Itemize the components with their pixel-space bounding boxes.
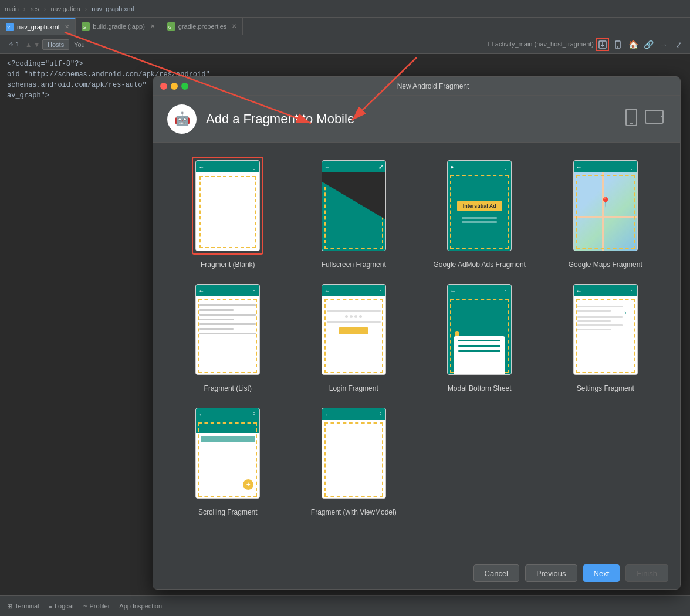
fragment-item-fullscreen[interactable]: ← ⤢ Fullscreen Fragment (296, 157, 412, 269)
fragment-settings-label: Settings Fragment (577, 384, 634, 392)
traffic-lights (160, 83, 188, 90)
fragment-item-blank[interactable]: ← ⋮ Fragment (Blank) (170, 157, 286, 269)
download-icon[interactable] (596, 38, 609, 51)
close-window-btn[interactable] (160, 83, 167, 90)
fragment-login-preview: ← ⋮ (322, 284, 386, 375)
fragment-maps-label: Google Maps Fragment (569, 260, 642, 269)
tab-gradle-properties[interactable]: G gradle.properties ✕ (161, 18, 243, 35)
fragment-login-label: Login Fragment (329, 384, 378, 392)
status-bar: ⊞ Terminal ≡ Logcat ~ Profiler App Inspe… (0, 595, 690, 616)
tablet-device-icon (645, 109, 666, 125)
fragment-item-login[interactable]: ← ⋮ (296, 280, 412, 392)
tab-close-icon[interactable]: ✕ (65, 23, 69, 30)
fragment-item-modal[interactable]: ← ⋮ (421, 280, 538, 392)
dialog-content: ← ⋮ Fragment (Blank) (153, 143, 680, 557)
svg-rect-10 (626, 109, 637, 126)
tab-close-icon-2[interactable]: ✕ (150, 23, 155, 29)
dialog-header-title: Add a Fragment to Mobile (206, 111, 615, 127)
svg-rect-12 (645, 110, 663, 123)
fragment-blank-label: Fragment (Blank) (201, 260, 255, 269)
fragment-blank-preview-wrapper: ← ⋮ (192, 157, 263, 255)
terminal-btn[interactable]: ⊞ Terminal (7, 603, 39, 610)
breadcrumb-res: res (31, 5, 39, 12)
fragment-item-maps[interactable]: ← ⋮ 📍 (547, 157, 664, 269)
breadcrumb-navigation: navigation (50, 5, 80, 12)
svg-text:G: G (83, 25, 86, 29)
fragment-item-settings[interactable]: ← ⋮ › (547, 280, 664, 392)
fragment-blank-preview: ← ⋮ (195, 160, 260, 251)
fragment-viewmodel-preview: ← ⋮ (322, 408, 386, 499)
svg-text:G: G (168, 25, 171, 29)
fragment-scrolling-label: Scrolling Fragment (198, 508, 258, 516)
phone-device-icon (625, 109, 641, 130)
fragment-modal-label: Modal Bottom Sheet (448, 384, 512, 392)
fragment-admob-label: Google AdMob Ads Fragment (434, 260, 526, 269)
dialog-titlebar: New Android Fragment (153, 77, 680, 96)
gradle-props-icon: G (167, 22, 175, 31)
fragment-item-admob[interactable]: ● ⋮ Interstitial Ad Go (421, 157, 538, 269)
dialog-footer: Cancel Previous Next Finish (153, 557, 680, 589)
fragment-list-label: Fragment (List) (204, 384, 252, 392)
android-logo: 🤖 (167, 104, 197, 134)
xml-icon: X (6, 23, 14, 31)
breadcrumb-file: nav_graph.xml (92, 5, 134, 12)
tab-nav-graph[interactable]: X nav_graph.xml ✕ (0, 18, 76, 35)
warning-btn[interactable]: ⚠ 1 (5, 39, 23, 49)
fragment-scrolling-preview-wrapper: ← ⋮ + (192, 404, 263, 502)
tabs-bar: X nav_graph.xml ✕ G build.gradle (:app) … (0, 18, 690, 35)
dialog-header: 🤖 Add a Fragment to Mobile (153, 96, 680, 143)
expand-icon[interactable]: ⤢ (672, 38, 685, 51)
maximize-window-btn[interactable] (181, 83, 188, 90)
fragment-item-list[interactable]: ← ⋮ (170, 280, 286, 392)
next-button[interactable]: Next (583, 564, 620, 582)
app-inspection-btn[interactable]: App Inspection (119, 603, 162, 610)
breadcrumb-main: main (5, 5, 19, 12)
tab-build-gradle[interactable]: G build.gradle (:app) ✕ (76, 18, 161, 35)
layout-file-label: ☐ activity_main (nav_host_fragment) (488, 40, 594, 48)
fragment-modal-preview-wrapper: ← ⋮ (444, 280, 515, 378)
minimize-window-btn[interactable] (171, 83, 178, 90)
toolbar-row: ⚠ 1 ▲ ▼ Hosts You ☐ activity_main (nav_h… (0, 35, 690, 54)
fragment-scrolling-preview: ← ⋮ + (195, 408, 260, 499)
fragment-settings-preview-wrapper: ← ⋮ › (570, 280, 641, 378)
svg-text:X: X (7, 25, 11, 31)
profiler-btn[interactable]: ~ Profiler (83, 603, 110, 610)
fragment-login-preview-wrapper: ← ⋮ (318, 280, 390, 378)
breadcrumb-bar: main › res › navigation › nav_graph.xml (0, 0, 690, 18)
fragment-grid: ← ⋮ Fragment (Blank) (170, 157, 664, 516)
gradle-icon: G (82, 22, 90, 31)
fragment-admob-preview: ● ⋮ Interstitial Ad (447, 160, 512, 251)
hosts-dropdown[interactable]: Hosts (42, 39, 69, 50)
fragment-maps-preview: ← ⋮ 📍 (573, 160, 638, 251)
fragment-admob-preview-wrapper: ● ⋮ Interstitial Ad (444, 157, 515, 255)
fragment-fullscreen-preview: ← ⤢ (322, 160, 386, 251)
logcat-btn[interactable]: ≡ Logcat (49, 603, 74, 610)
device-icons (625, 109, 666, 130)
home-icon[interactable]: 🏠 (627, 38, 640, 51)
phone-icon[interactable] (611, 38, 624, 51)
link-icon[interactable]: 🔗 (642, 38, 655, 51)
fragment-list-preview: ← ⋮ (195, 284, 260, 375)
you-label: You (74, 41, 85, 48)
arrow-icon[interactable]: → (657, 38, 670, 51)
fragment-fullscreen-preview-wrapper: ← ⤢ (318, 157, 390, 255)
dialog-title: New Android Fragment (193, 82, 673, 90)
fragment-item-viewmodel[interactable]: ← ⋮ Fragment (with ViewModel) (296, 404, 412, 516)
cancel-button[interactable]: Cancel (473, 564, 519, 582)
fragment-settings-preview: ← ⋮ › (573, 284, 638, 375)
fragment-maps-preview-wrapper: ← ⋮ 📍 (570, 157, 641, 255)
fragment-modal-preview: ← ⋮ (447, 284, 512, 375)
fragment-viewmodel-label: Fragment (with ViewModel) (311, 508, 397, 516)
fragment-fullscreen-label: Fullscreen Fragment (322, 260, 386, 269)
previous-button[interactable]: Previous (525, 564, 577, 582)
fragment-item-scrolling[interactable]: ← ⋮ + Scrolling Fragme (170, 404, 286, 516)
finish-button: Finish (625, 564, 668, 582)
new-fragment-dialog: New Android Fragment 🤖 Add a Fragment to… (153, 76, 681, 590)
fragment-list-preview-wrapper: ← ⋮ (192, 280, 263, 378)
tab-close-icon-3[interactable]: ✕ (232, 23, 236, 29)
fragment-viewmodel-preview-wrapper: ← ⋮ (318, 404, 390, 502)
